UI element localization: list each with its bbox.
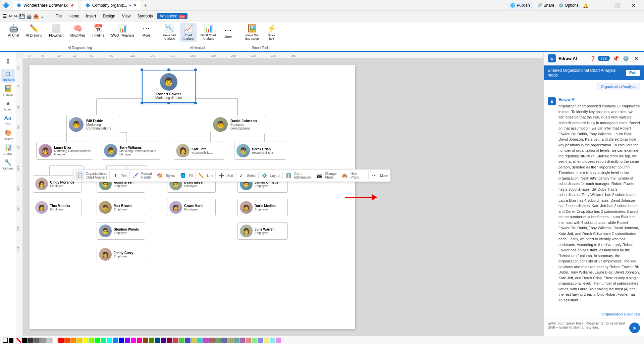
node-julie-warren[interactable]: 👩 Julie Warren Employee (237, 222, 288, 240)
ribbon-btn-flowchart[interactable]: ⬜ Flowchart (46, 23, 66, 39)
color-swatch-42[interactable] (270, 338, 275, 343)
ai-panel-pin-btn[interactable]: 📌 (612, 54, 620, 62)
color-swatch-41[interactable] (264, 338, 269, 343)
float-btn-styles[interactable]: 🎨 (156, 171, 164, 180)
color-swatch-20[interactable] (137, 338, 142, 343)
color-swatch-25[interactable] (167, 338, 172, 343)
color-swatch-31[interactable] (203, 338, 209, 343)
float-btn-org-analysis[interactable]: 📋 (75, 171, 84, 180)
color-swatch-10[interactable] (76, 338, 82, 343)
ai-exit-btn[interactable]: Exit (626, 70, 640, 76)
color-swatch-29[interactable] (191, 338, 197, 343)
close-btn[interactable]: ✕ (626, 0, 641, 11)
color-swatch-28[interactable] (185, 338, 191, 343)
ribbon-btn-more-analysis[interactable]: ⋯ More (220, 24, 236, 40)
color-fill-swatch[interactable] (9, 338, 13, 343)
color-swatch-43[interactable] (276, 338, 281, 343)
float-btn-select[interactable]: ✓ (237, 171, 246, 180)
ribbon-btn-ai-drawing[interactable]: ✏️ AI Drawing (23, 23, 45, 39)
float-btn-change-photo[interactable]: 📷 (315, 171, 323, 180)
color-swatch-8[interactable] (64, 338, 70, 343)
color-swatch-30[interactable] (197, 338, 203, 343)
color-swatch-24[interactable] (161, 338, 166, 343)
node-derek-crisp[interactable]: 👨 Derek Crisp Responsibility 2 (234, 142, 286, 160)
color-swatch-21[interactable] (143, 338, 148, 343)
ai-query-input[interactable] (548, 321, 627, 333)
node-tony-williams[interactable]: 👨 Tony Williams Marketing Communications… (102, 142, 160, 160)
share-btn[interactable]: Share (544, 3, 554, 8)
color-swatch-14[interactable] (101, 338, 106, 343)
float-btn-line[interactable]: ✏️ (197, 171, 206, 180)
sidebar-charts-btn[interactable]: 📊 Charts (1, 143, 15, 156)
ribbon-btn-image-text[interactable]: 🖼️ Image TextExtraction (242, 23, 262, 42)
color-swatch-2[interactable] (28, 338, 34, 343)
tab-close-icon[interactable]: ✕ (133, 3, 137, 8)
ribbon-btn-quick-edit[interactable]: ⚡ QuickEdit (263, 23, 279, 42)
float-btn-layout[interactable]: ⚙️ (260, 171, 269, 180)
ribbon-btn-gantt-analysis[interactable]: 📊 Gantt ChartAnalysis (198, 23, 219, 42)
color-swatch-16[interactable] (113, 338, 118, 343)
sidebar-widgets-btn[interactable]: 🔧 Widgets (1, 158, 15, 171)
ribbon-btn-flowchart-analysis[interactable]: 📉 FlowchartAnalysis (160, 23, 178, 42)
color-swatch-23[interactable] (155, 338, 160, 343)
color-swatch-22[interactable] (149, 338, 154, 343)
color-transparent[interactable] (16, 338, 21, 343)
color-swatch-33[interactable] (215, 338, 221, 343)
export-btn[interactable]: 📤 (33, 13, 39, 19)
sidebar-collapse-btn[interactable]: ⟫ (1, 54, 15, 68)
sidebar-stickers-btn[interactable]: 🎨 Stickers (1, 128, 15, 142)
color-swatch-39[interactable] (252, 338, 257, 343)
node-tina-mustika[interactable]: 👩 Tina Mustika Employee (33, 199, 82, 216)
menu-view[interactable]: Design (100, 12, 118, 20)
node-david-johnson[interactable]: 👨 David Johnson Business development (211, 115, 266, 134)
color-swatch-27[interactable] (179, 338, 184, 343)
color-swatch-40[interactable] (258, 338, 263, 343)
ribbon-btn-ai-chat[interactable]: 🤖 AI Chat (5, 23, 22, 39)
color-swatch-36[interactable] (233, 338, 239, 343)
notification-icon[interactable]: 🔔 (583, 3, 588, 8)
float-btn-fill[interactable]: 🪣 (178, 171, 187, 180)
node-grace-maris[interactable]: 👩 Grace Maris Employee (167, 199, 216, 216)
organization-diagnosis-btn[interactable]: Organization Diagnosis (602, 312, 640, 316)
node-max-brown[interactable]: 👨 Max Brown Employee (97, 199, 145, 216)
node-kate-jett[interactable]: 👩 Kate Jett Responsibility 1 (174, 142, 224, 160)
float-btn-format-painter[interactable]: 🖌️ (131, 171, 140, 180)
float-btn-card-info[interactable]: ℹ️ (284, 171, 293, 180)
color-swatch-26[interactable] (173, 338, 178, 343)
ai-panel-settings-btn[interactable]: ⚙️ (622, 54, 630, 62)
color-swatch-38[interactable] (246, 338, 251, 343)
float-btn-add[interactable]: ➕ (217, 171, 226, 180)
node-jenny-curry[interactable]: 👩 Jenny Curry Employee (97, 246, 145, 263)
tab-edrawmax[interactable]: 🔷 Wondershare EdrawMax 📌 (12, 1, 78, 10)
options-btn[interactable]: Options (565, 3, 579, 8)
color-swatch-34[interactable] (221, 338, 227, 343)
ribbon-btn-chart-analysis[interactable]: 📈 ChartAnalysis (180, 23, 197, 42)
color-swatch-37[interactable] (239, 338, 245, 343)
color-swatch-11[interactable] (83, 338, 88, 343)
minimize-btn[interactable]: — (592, 0, 608, 11)
float-btn-hide-photo[interactable]: 🙈 (340, 171, 349, 180)
sidebar-templates-btn[interactable]: □ Templates (1, 69, 15, 83)
sidebar-images-btn[interactable]: 🖼️ Images (1, 84, 15, 97)
color-swatch-19[interactable] (131, 338, 136, 343)
node-stephen-woods[interactable]: 👨 Stephen Woods Employee (97, 222, 145, 240)
menu-ai[interactable]: Advanced hot (157, 13, 188, 19)
node-bill-dubin[interactable]: 👨 Bill Dubin Marketing Communications (66, 115, 120, 134)
organization-analysis-btn[interactable]: Organization Analysis (597, 83, 640, 90)
publish-btn[interactable]: Publish (517, 3, 530, 8)
color-swatch-35[interactable] (227, 338, 233, 343)
ai-panel-close-btn[interactable]: ✕ (632, 54, 640, 62)
ai-send-btn[interactable]: ➤ (629, 323, 640, 333)
color-swatch-9[interactable] (70, 338, 76, 343)
color-border-swatch[interactable] (3, 338, 8, 343)
color-swatch-18[interactable] (125, 338, 130, 343)
ribbon-btn-mindmap[interactable]: 🧠 Mind Map (68, 23, 88, 39)
color-swatch-3[interactable] (34, 338, 40, 343)
undo-btn[interactable]: ↩ (8, 13, 12, 19)
sidebar-text-btn[interactable]: Aa Text (1, 113, 15, 127)
node-robert-fowler[interactable]: 👨 Robert Fowler Marketing director (142, 70, 196, 103)
color-swatch-15[interactable] (107, 338, 112, 343)
redo-btn[interactable]: ↪ (14, 13, 18, 19)
menu-home[interactable]: File (53, 12, 64, 20)
menu-advanced[interactable]: Symbols (135, 12, 156, 20)
